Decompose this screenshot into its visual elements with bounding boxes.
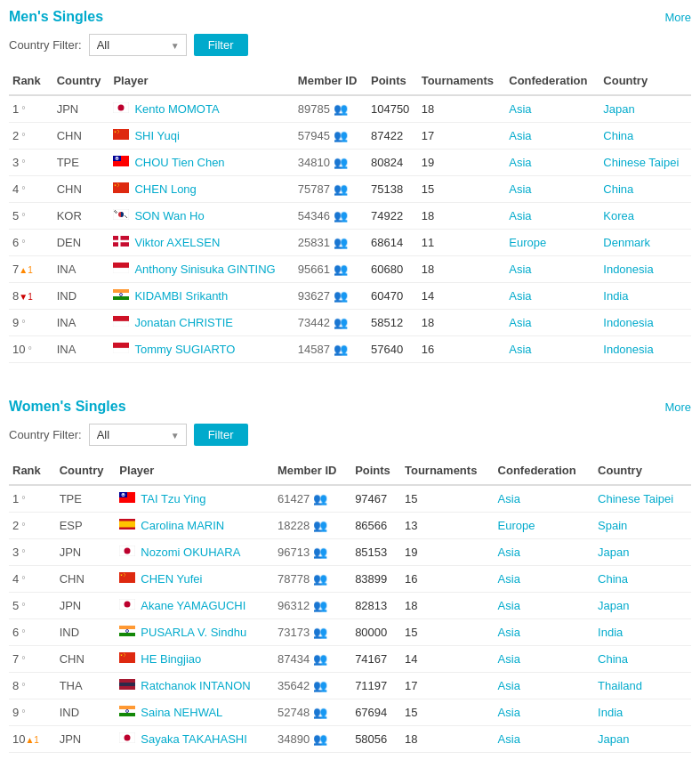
confederation-cell[interactable]: Asia — [505, 123, 599, 150]
confederation-cell[interactable]: Asia — [495, 593, 594, 619]
player-cell[interactable]: Anthony Sinisuka GINTING — [131, 256, 294, 283]
player-cell[interactable]: Saina NEHWAL — [137, 699, 274, 726]
country-link[interactable]: Indonesia — [603, 316, 653, 329]
confederation-link[interactable]: Asia — [509, 343, 531, 356]
country-cell[interactable]: China — [599, 123, 691, 150]
confederation-link[interactable]: Asia — [498, 652, 520, 666]
player-cell[interactable]: Nozomi OKUHARA — [137, 539, 274, 566]
country-link[interactable]: Japan — [603, 102, 634, 116]
country-cell[interactable]: China — [599, 176, 691, 203]
confederation-cell[interactable]: Asia — [505, 310, 599, 336]
country-link[interactable]: Chinese Taipei — [603, 156, 679, 169]
country-cell[interactable]: India — [594, 699, 691, 726]
player-name-link[interactable]: SHI Yuqi — [134, 129, 179, 142]
member-icon[interactable]: 👥 — [313, 652, 327, 666]
country-cell[interactable]: Denmark — [599, 230, 691, 256]
player-cell[interactable]: KIDAMBI Srikanth — [131, 283, 294, 310]
womens-country-select[interactable]: All — [89, 424, 187, 446]
member-icon[interactable]: 👥 — [334, 263, 348, 276]
player-cell[interactable]: HE Bingjiao — [137, 646, 274, 673]
country-cell[interactable]: Chinese Taipei — [599, 150, 691, 176]
confederation-link[interactable]: Asia — [498, 732, 520, 746]
country-link[interactable]: India — [603, 289, 628, 303]
confederation-cell[interactable]: Asia — [495, 566, 594, 593]
player-cell[interactable]: Akane YAMAGUCHI — [137, 593, 274, 619]
player-name-link[interactable]: Ratchanok INTANON — [141, 679, 250, 692]
member-icon[interactable]: 👥 — [313, 732, 327, 746]
confederation-link[interactable]: Asia — [498, 492, 520, 505]
confederation-link[interactable]: Asia — [498, 626, 520, 639]
member-icon[interactable]: 👥 — [313, 546, 327, 559]
player-name-link[interactable]: Jonatan CHRISTIE — [134, 316, 233, 329]
country-link[interactable]: India — [598, 706, 623, 719]
member-icon[interactable]: 👥 — [313, 492, 327, 505]
player-name-link[interactable]: PUSARLA V. Sindhu — [141, 626, 246, 639]
player-name-link[interactable]: Sayaka TAKAHASHI — [141, 732, 246, 746]
confederation-cell[interactable]: Europe — [505, 230, 599, 256]
country-link[interactable]: Japan — [598, 732, 629, 746]
member-icon[interactable]: 👥 — [334, 209, 348, 222]
confederation-link[interactable]: Asia — [498, 706, 520, 719]
confederation-cell[interactable]: Asia — [505, 150, 599, 176]
country-link[interactable]: Japan — [598, 546, 629, 559]
member-icon[interactable]: 👥 — [313, 519, 327, 532]
player-cell[interactable]: Ratchanok INTANON — [137, 673, 274, 699]
confederation-cell[interactable]: Asia — [495, 673, 594, 699]
country-link[interactable]: Japan — [598, 599, 629, 612]
confederation-cell[interactable]: Asia — [495, 699, 594, 726]
confederation-link[interactable]: Asia — [498, 572, 520, 586]
country-cell[interactable]: Indonesia — [599, 256, 691, 283]
player-cell[interactable]: Carolina MARIN — [137, 513, 274, 539]
country-cell[interactable]: Japan — [594, 593, 691, 619]
player-cell[interactable]: CHEN Long — [131, 176, 294, 203]
confederation-cell[interactable]: Asia — [495, 485, 594, 513]
member-icon[interactable]: 👥 — [313, 706, 327, 719]
member-icon[interactable]: 👥 — [334, 129, 348, 142]
country-cell[interactable]: Chinese Taipei — [594, 485, 691, 513]
member-icon[interactable]: 👥 — [313, 599, 327, 612]
player-cell[interactable]: TAI Tzu Ying — [137, 485, 274, 513]
country-link[interactable]: Spain — [598, 519, 627, 532]
player-name-link[interactable]: Nozomi OKUHARA — [141, 546, 240, 559]
confederation-cell[interactable]: Asia — [495, 539, 594, 566]
mens-more-link[interactable]: More — [664, 11, 691, 24]
confederation-link[interactable]: Asia — [498, 679, 520, 692]
player-cell[interactable]: PUSARLA V. Sindhu — [137, 619, 274, 646]
confederation-link[interactable]: Asia — [498, 546, 520, 559]
player-cell[interactable]: CHOU Tien Chen — [131, 150, 294, 176]
confederation-link[interactable]: Asia — [509, 129, 531, 142]
womens-country-select-wrapper[interactable]: All — [89, 424, 187, 446]
player-cell[interactable]: Tommy SUGIARTO — [131, 336, 294, 363]
member-icon[interactable]: 👥 — [334, 236, 348, 249]
member-icon[interactable]: 👥 — [334, 343, 348, 356]
player-name-link[interactable]: KIDAMBI Srikanth — [134, 289, 228, 303]
country-link[interactable]: Chinese Taipei — [598, 492, 673, 505]
womens-title[interactable]: Women's Singles — [9, 399, 126, 415]
member-icon[interactable]: 👥 — [334, 156, 348, 169]
member-icon[interactable]: 👥 — [334, 289, 348, 303]
country-cell[interactable]: Spain — [594, 513, 691, 539]
member-icon[interactable]: 👥 — [313, 572, 327, 586]
country-link[interactable]: Indonesia — [603, 343, 653, 356]
player-name-link[interactable]: HE Bingjiao — [141, 652, 201, 666]
player-name-link[interactable]: Kento MOMOTA — [134, 102, 219, 116]
member-icon[interactable]: 👥 — [334, 316, 348, 329]
mens-title[interactable]: Men's Singles — [9, 9, 103, 25]
member-icon[interactable]: 👥 — [313, 679, 327, 692]
country-link[interactable]: Indonesia — [603, 263, 653, 276]
country-cell[interactable]: Korea — [599, 203, 691, 230]
confederation-link[interactable]: Asia — [509, 263, 531, 276]
confederation-link[interactable]: Asia — [509, 209, 531, 222]
player-name-link[interactable]: CHEN Yufei — [141, 572, 202, 586]
country-link[interactable]: Korea — [603, 209, 634, 222]
confederation-cell[interactable]: Asia — [505, 256, 599, 283]
player-cell[interactable]: Viktor AXELSEN — [131, 230, 294, 256]
country-link[interactable]: Thailand — [598, 679, 642, 692]
mens-filter-button[interactable]: Filter — [194, 34, 248, 56]
confederation-link[interactable]: Asia — [509, 182, 531, 196]
player-name-link[interactable]: TAI Tzu Ying — [141, 492, 205, 505]
player-cell[interactable]: Jonatan CHRISTIE — [131, 310, 294, 336]
womens-more-link[interactable]: More — [664, 400, 691, 414]
country-link[interactable]: China — [603, 182, 633, 196]
member-icon[interactable]: 👥 — [334, 182, 348, 196]
